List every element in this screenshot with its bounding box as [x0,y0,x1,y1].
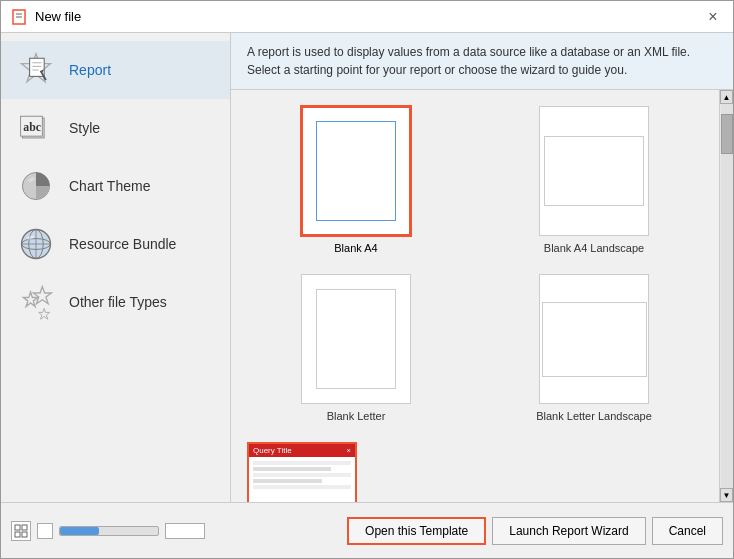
cancel-button[interactable]: Cancel [652,517,723,545]
svg-marker-23 [39,308,50,319]
template-item-blank-letter-landscape[interactable]: Blank Letter Landscape [485,274,703,422]
chart-theme-icon [15,165,57,207]
template-label-blank-a4: Blank A4 [334,242,377,254]
template-thumbnail-blank-a4[interactable] [301,106,411,236]
template-thumbnail-blank-letter[interactable] [301,274,411,404]
svg-rect-25 [22,525,27,530]
scrollbar-thumb[interactable] [721,114,733,154]
template-inner-blank-a4 [316,121,396,221]
progress-bar-container [59,526,159,536]
svg-rect-24 [15,525,20,530]
bottom-left [11,521,205,541]
sidebar-item-style[interactable]: abc Style [1,99,230,157]
content-area: Report abc Style [1,33,733,502]
scrollbar-up-arrow[interactable]: ▲ [720,90,733,104]
launch-wizard-button[interactable]: Launch Report Wizard [492,517,645,545]
templates-area: Blank A4 Blank A4 Landscape [231,90,719,502]
svg-text:abc: abc [23,121,41,134]
svg-rect-27 [22,532,27,537]
progress-bar-fill [60,527,99,535]
template-item-report-preview[interactable]: Query Title × [247,442,357,502]
sidebar-item-resource-bundle[interactable]: Resource Bundle [1,215,230,273]
report-icon [15,49,57,91]
description-text: A report is used to display values from … [247,45,690,77]
bottom-icon-square[interactable] [37,523,53,539]
sidebar-report-label: Report [69,62,111,78]
bottom-icon-grid[interactable] [11,521,31,541]
template-inner-blank-letter-landscape [542,302,647,377]
template-inner-blank-letter [316,289,396,389]
scrollbar-down-arrow[interactable]: ▼ [720,488,733,502]
report-thumb-title: Query Title [253,446,292,455]
bottom-bar: Open this Template Launch Report Wizard … [1,502,733,558]
resource-bundle-icon [15,223,57,265]
sidebar-item-report[interactable]: Report [1,41,230,99]
template-thumbnail-blank-a4-landscape[interactable] [539,106,649,236]
template-item-blank-a4[interactable]: Blank A4 [247,106,465,254]
report-thumb-body [249,457,355,493]
bottom-right: Open this Template Launch Report Wizard … [347,517,723,545]
report-thumb-header: Query Title × [249,444,355,457]
new-file-dialog: New file × [0,0,734,559]
sidebar-style-label: Style [69,120,100,136]
close-button[interactable]: × [703,7,723,27]
sidebar-other-file-types-label: Other file Types [69,294,167,310]
title-bar: New file × [1,1,733,33]
template-label-blank-a4-landscape: Blank A4 Landscape [544,242,644,254]
description-bar: A report is used to display values from … [231,33,733,90]
template-item-blank-letter[interactable]: Blank Letter [247,274,465,422]
sidebar-chart-theme-label: Chart Theme [69,178,150,194]
dialog-title: New file [35,9,81,24]
template-inner-blank-a4-landscape [544,136,644,206]
bottom-icon-rect[interactable] [165,523,205,539]
scrollbar-track[interactable] [721,104,733,488]
open-template-button[interactable]: Open this Template [347,517,486,545]
scrollbar: ▲ ▼ [719,90,733,502]
title-bar-left: New file [11,8,81,26]
other-file-types-icon [15,281,57,323]
report-thumb-close: × [346,446,351,455]
template-label-blank-letter-landscape: Blank Letter Landscape [536,410,652,422]
svg-rect-26 [15,532,20,537]
sidebar-item-other-file-types[interactable]: Other file Types [1,273,230,331]
sidebar-item-chart-theme[interactable]: Chart Theme [1,157,230,215]
template-item-blank-a4-landscape[interactable]: Blank A4 Landscape [485,106,703,254]
style-icon: abc [15,107,57,149]
main-panel: A report is used to display values from … [231,33,733,502]
app-icon [11,8,29,26]
svg-marker-21 [33,287,51,304]
sidebar: Report abc Style [1,33,231,502]
report-preview-thumbnail[interactable]: Query Title × [247,442,357,502]
template-label-blank-letter: Blank Letter [327,410,386,422]
template-thumbnail-blank-letter-landscape[interactable] [539,274,649,404]
sidebar-resource-bundle-label: Resource Bundle [69,236,176,252]
